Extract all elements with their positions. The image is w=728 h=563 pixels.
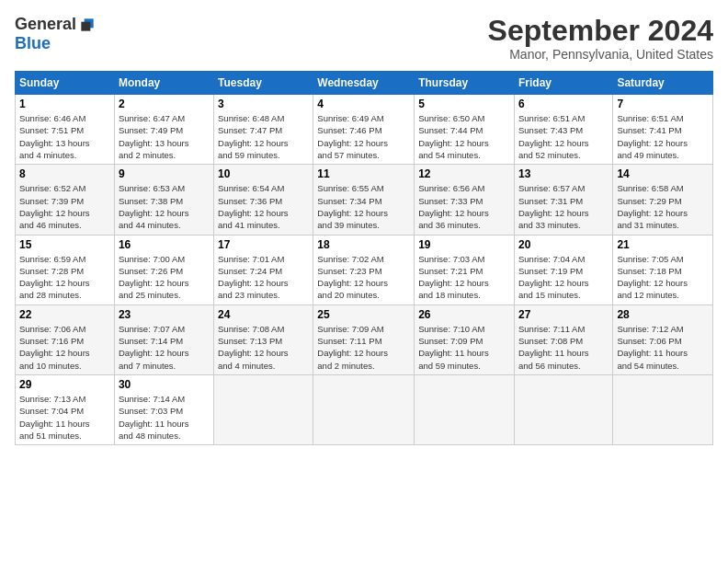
day-detail: Sunrise: 6:51 AMSunset: 7:41 PMDaylight:…: [617, 113, 688, 160]
day-number: 10: [218, 167, 309, 180]
day-detail: Sunrise: 7:04 AMSunset: 7:19 PMDaylight:…: [518, 254, 589, 301]
day-detail: Sunrise: 7:08 AMSunset: 7:13 PMDaylight:…: [218, 324, 289, 371]
table-row: 22Sunrise: 7:06 AMSunset: 7:16 PMDayligh…: [16, 304, 115, 374]
table-row: 11Sunrise: 6:55 AMSunset: 7:34 PMDayligh…: [313, 165, 415, 235]
day-detail: Sunrise: 6:51 AMSunset: 7:43 PMDaylight:…: [518, 113, 589, 160]
svg-marker-1: [81, 21, 90, 30]
day-detail: Sunrise: 6:57 AMSunset: 7:31 PMDaylight:…: [518, 183, 589, 230]
table-row: 17Sunrise: 7:01 AMSunset: 7:24 PMDayligh…: [214, 235, 313, 304]
day-number: 7: [617, 98, 709, 110]
day-number: 20: [518, 238, 609, 251]
day-detail: Sunrise: 7:10 AMSunset: 7:09 PMDaylight:…: [418, 324, 489, 371]
day-number: 3: [218, 98, 309, 110]
col-monday: Monday: [114, 72, 213, 95]
table-row: 14Sunrise: 6:58 AMSunset: 7:29 PMDayligh…: [613, 165, 713, 235]
day-detail: Sunrise: 6:54 AMSunset: 7:36 PMDaylight:…: [218, 183, 289, 230]
table-row: 13Sunrise: 6:57 AMSunset: 7:31 PMDayligh…: [514, 165, 612, 235]
table-row: 6Sunrise: 6:51 AMSunset: 7:43 PMDaylight…: [514, 95, 612, 165]
table-row: 12Sunrise: 6:56 AMSunset: 7:33 PMDayligh…: [415, 165, 515, 235]
table-row: 20Sunrise: 7:04 AMSunset: 7:19 PMDayligh…: [514, 235, 612, 304]
day-number: 11: [317, 167, 410, 180]
table-row: [613, 374, 713, 444]
day-detail: Sunrise: 7:13 AMSunset: 7:04 PMDaylight:…: [19, 394, 90, 441]
col-friday: Friday: [514, 72, 612, 95]
day-number: 16: [119, 238, 210, 251]
col-wednesday: Wednesday: [313, 72, 415, 95]
day-detail: Sunrise: 7:06 AMSunset: 7:16 PMDaylight:…: [19, 324, 90, 371]
col-saturday: Saturday: [613, 72, 713, 95]
header: General Blue September 2024 Manor, Penns…: [15, 15, 713, 62]
table-row: 9Sunrise: 6:53 AMSunset: 7:38 PMDaylight…: [114, 165, 213, 235]
day-detail: Sunrise: 6:47 AMSunset: 7:49 PMDaylight:…: [119, 113, 189, 160]
day-number: 6: [518, 98, 609, 110]
table-row: 23Sunrise: 7:07 AMSunset: 7:14 PMDayligh…: [114, 304, 213, 374]
table-row: 18Sunrise: 7:02 AMSunset: 7:23 PMDayligh…: [313, 235, 415, 304]
day-number: 28: [617, 308, 709, 321]
table-row: 25Sunrise: 7:09 AMSunset: 7:11 PMDayligh…: [313, 304, 415, 374]
table-row: 3Sunrise: 6:48 AMSunset: 7:47 PMDaylight…: [214, 95, 313, 165]
day-detail: Sunrise: 7:12 AMSunset: 7:06 PMDaylight:…: [617, 324, 688, 371]
day-number: 1: [19, 98, 110, 110]
table-row: [415, 374, 515, 444]
table-row: 15Sunrise: 6:59 AMSunset: 7:28 PMDayligh…: [16, 235, 115, 304]
col-thursday: Thursday: [415, 72, 515, 95]
day-number: 14: [617, 167, 709, 180]
main-container: General Blue September 2024 Manor, Penns…: [0, 0, 728, 453]
day-number: 2: [119, 98, 210, 110]
table-row: 5Sunrise: 6:50 AMSunset: 7:44 PMDaylight…: [415, 95, 515, 165]
day-detail: Sunrise: 7:02 AMSunset: 7:23 PMDaylight:…: [317, 254, 388, 301]
calendar-table: Sunday Monday Tuesday Wednesday Thursday…: [15, 71, 713, 445]
table-row: 1Sunrise: 6:46 AMSunset: 7:51 PMDaylight…: [16, 95, 115, 165]
logo-icon: [78, 16, 97, 34]
logo-blue: Blue: [15, 34, 97, 53]
day-number: 29: [19, 378, 110, 391]
table-row: 26Sunrise: 7:10 AMSunset: 7:09 PMDayligh…: [415, 304, 515, 374]
day-number: 15: [19, 238, 110, 251]
day-number: 26: [418, 308, 510, 321]
title-block: September 2024 Manor, Pennsylvania, Unit…: [488, 15, 713, 62]
table-row: 21Sunrise: 7:05 AMSunset: 7:18 PMDayligh…: [613, 235, 713, 304]
day-detail: Sunrise: 6:50 AMSunset: 7:44 PMDaylight:…: [418, 113, 489, 160]
day-number: 22: [19, 308, 110, 321]
day-number: 5: [418, 98, 510, 110]
table-row: [313, 374, 415, 444]
table-row: 29Sunrise: 7:13 AMSunset: 7:04 PMDayligh…: [16, 374, 115, 444]
day-detail: Sunrise: 7:03 AMSunset: 7:21 PMDaylight:…: [418, 254, 489, 301]
table-row: 10Sunrise: 6:54 AMSunset: 7:36 PMDayligh…: [214, 165, 313, 235]
day-number: 4: [317, 98, 410, 110]
day-number: 19: [418, 238, 510, 251]
table-row: 2Sunrise: 6:47 AMSunset: 7:49 PMDaylight…: [114, 95, 213, 165]
month-title: September 2024: [488, 15, 713, 47]
day-number: 17: [218, 238, 309, 251]
day-detail: Sunrise: 7:09 AMSunset: 7:11 PMDaylight:…: [317, 324, 388, 371]
day-detail: Sunrise: 7:11 AMSunset: 7:08 PMDaylight:…: [518, 324, 589, 371]
logo: General Blue: [15, 15, 97, 53]
day-number: 27: [518, 308, 609, 321]
day-number: 24: [218, 308, 309, 321]
calendar-header-row: Sunday Monday Tuesday Wednesday Thursday…: [16, 72, 713, 95]
day-detail: Sunrise: 6:46 AMSunset: 7:51 PMDaylight:…: [19, 113, 90, 160]
day-number: 21: [617, 238, 709, 251]
table-row: 27Sunrise: 7:11 AMSunset: 7:08 PMDayligh…: [514, 304, 612, 374]
day-detail: Sunrise: 7:01 AMSunset: 7:24 PMDaylight:…: [218, 254, 289, 301]
day-detail: Sunrise: 7:05 AMSunset: 7:18 PMDaylight:…: [617, 254, 688, 301]
table-row: 4Sunrise: 6:49 AMSunset: 7:46 PMDaylight…: [313, 95, 415, 165]
day-detail: Sunrise: 6:55 AMSunset: 7:34 PMDaylight:…: [317, 183, 388, 230]
day-number: 9: [119, 167, 210, 180]
day-detail: Sunrise: 6:58 AMSunset: 7:29 PMDaylight:…: [617, 183, 688, 230]
location: Manor, Pennsylvania, United States: [488, 47, 713, 62]
table-row: [214, 374, 313, 444]
table-row: 24Sunrise: 7:08 AMSunset: 7:13 PMDayligh…: [214, 304, 313, 374]
day-number: 30: [119, 378, 210, 391]
logo-general: General: [15, 15, 76, 34]
table-row: [514, 374, 612, 444]
day-number: 25: [317, 308, 410, 321]
day-number: 12: [418, 167, 510, 180]
col-sunday: Sunday: [16, 72, 115, 95]
day-number: 13: [518, 167, 609, 180]
day-number: 18: [317, 238, 410, 251]
col-tuesday: Tuesday: [214, 72, 313, 95]
table-row: 19Sunrise: 7:03 AMSunset: 7:21 PMDayligh…: [415, 235, 515, 304]
day-detail: Sunrise: 6:56 AMSunset: 7:33 PMDaylight:…: [418, 183, 489, 230]
table-row: 16Sunrise: 7:00 AMSunset: 7:26 PMDayligh…: [114, 235, 213, 304]
